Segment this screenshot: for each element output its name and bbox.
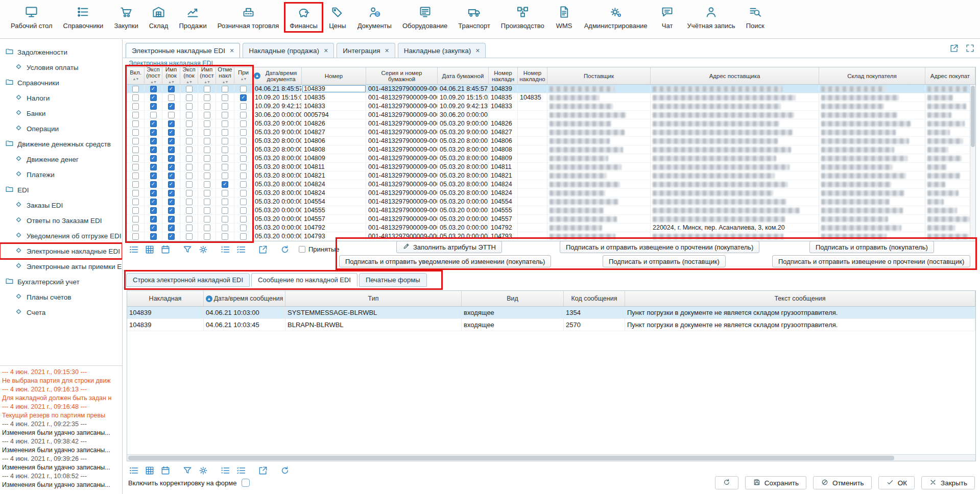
check-list-icon[interactable] bbox=[235, 465, 247, 476]
row-checkbox[interactable]: ✓ bbox=[150, 181, 157, 188]
row-checkbox[interactable] bbox=[204, 181, 210, 188]
ok-button[interactable]: ОК bbox=[878, 476, 915, 489]
grid-icon[interactable] bbox=[144, 244, 155, 255]
row-checkbox[interactable]: ✓ bbox=[168, 120, 175, 127]
row-checkbox[interactable] bbox=[222, 233, 228, 240]
correction-checkbox[interactable] bbox=[242, 479, 250, 487]
toolbar-item-prices[interactable]: Цены bbox=[324, 3, 351, 32]
subtab-0[interactable]: Строка электронной накладной EDI bbox=[126, 273, 250, 287]
numbered-list-icon[interactable] bbox=[220, 244, 231, 255]
tree-item-6[interactable]: Движение денежных средств bbox=[0, 136, 122, 152]
row-checkbox[interactable] bbox=[204, 86, 210, 92]
vertical-scrollbar[interactable] bbox=[970, 85, 975, 241]
row-checkbox[interactable]: ✓ bbox=[150, 120, 157, 127]
row-checkbox[interactable] bbox=[132, 190, 139, 196]
subtab-1[interactable]: Сообщение по накладной EDI bbox=[251, 273, 357, 287]
row-checkbox[interactable] bbox=[132, 181, 139, 188]
row-checkbox[interactable] bbox=[204, 146, 210, 153]
column-header[interactable]: Текст сообщения bbox=[625, 291, 975, 306]
row-checkbox[interactable] bbox=[204, 138, 210, 144]
row-checkbox[interactable]: ✓ bbox=[150, 138, 157, 144]
tree-item-5[interactable]: Операции bbox=[0, 121, 122, 136]
row-checkbox[interactable]: ✓ bbox=[150, 216, 157, 223]
action-button-4[interactable]: Подписать и отправить (поставщик) bbox=[603, 255, 726, 267]
row-checkbox[interactable] bbox=[222, 146, 228, 153]
row-checkbox[interactable] bbox=[132, 225, 139, 231]
maximize-icon[interactable] bbox=[965, 43, 975, 55]
row-checkbox[interactable] bbox=[186, 103, 193, 110]
invoice-row[interactable]: ✓✓05.03.20 8:00:00104808001-481329790000… bbox=[127, 145, 975, 154]
row-checkbox[interactable] bbox=[204, 190, 210, 196]
row-checkbox[interactable] bbox=[132, 199, 139, 205]
close-tab-icon[interactable]: × bbox=[475, 46, 480, 55]
tree-item-11[interactable]: Ответы по Заказам EDI bbox=[0, 213, 122, 228]
row-checkbox[interactable] bbox=[240, 138, 247, 144]
open-window-icon[interactable] bbox=[257, 465, 269, 476]
horizontal-scrollbar[interactable] bbox=[127, 454, 975, 461]
row-checkbox[interactable]: ✓ bbox=[150, 225, 157, 231]
row-checkbox[interactable] bbox=[132, 120, 139, 127]
column-header[interactable]: Имп (пост▲▼ bbox=[198, 67, 216, 84]
invoice-row[interactable]: ✓✓05.03.20 0:00:00104554001-481329790000… bbox=[127, 197, 975, 206]
row-checkbox[interactable] bbox=[168, 112, 175, 118]
invoice-row[interactable]: ✓✓05.03.20 8:00:00104806001-481329790000… bbox=[127, 137, 975, 145]
row-checkbox[interactable] bbox=[186, 216, 193, 223]
row-checkbox[interactable] bbox=[186, 94, 193, 101]
tree-item-9[interactable]: EDI bbox=[0, 182, 122, 197]
row-checkbox[interactable]: ✓ bbox=[150, 94, 157, 101]
row-checkbox[interactable] bbox=[132, 207, 139, 214]
row-checkbox[interactable]: ✓ bbox=[150, 146, 157, 153]
row-checkbox[interactable] bbox=[222, 199, 228, 205]
row-checkbox[interactable] bbox=[222, 155, 228, 162]
column-header[interactable]: Вид bbox=[462, 291, 564, 306]
row-checkbox[interactable] bbox=[186, 207, 193, 214]
popout-icon[interactable] bbox=[949, 43, 959, 55]
action-button-2[interactable]: Подписать и отправить (покупатель) bbox=[809, 241, 934, 253]
column-header[interactable]: Вкл.▲▼ bbox=[127, 67, 145, 84]
row-checkbox[interactable]: ✓ bbox=[168, 190, 175, 196]
tree-item-4[interactable]: Банки bbox=[0, 106, 122, 121]
row-checkbox[interactable] bbox=[222, 120, 228, 127]
row-checkbox[interactable] bbox=[186, 112, 193, 118]
action-button-0[interactable]: Заполнить атрибуты ЭТТН bbox=[396, 241, 502, 253]
row-checkbox[interactable] bbox=[222, 172, 228, 179]
row-checkbox[interactable]: ✓ bbox=[168, 155, 175, 162]
save-button[interactable]: Сохранить bbox=[745, 476, 806, 489]
row-checkbox[interactable] bbox=[204, 103, 210, 110]
row-checkbox[interactable]: ✓ bbox=[150, 164, 157, 170]
row-checkbox[interactable] bbox=[240, 120, 247, 127]
row-checkbox[interactable] bbox=[204, 172, 210, 179]
row-checkbox[interactable]: ✓ bbox=[168, 172, 175, 179]
close-button[interactable]: Закрыть bbox=[921, 476, 975, 489]
row-checkbox[interactable] bbox=[132, 155, 139, 162]
row-checkbox[interactable] bbox=[204, 155, 210, 162]
invoice-row[interactable]: ✓✓05.03.20 0:00:00104555001-481329790000… bbox=[127, 206, 975, 215]
row-checkbox[interactable] bbox=[240, 155, 247, 162]
close-tab-icon[interactable]: × bbox=[324, 46, 328, 55]
row-checkbox[interactable] bbox=[240, 199, 247, 205]
invoice-row[interactable]: ✓✓✓05.03.20 8:00:00104824001-48132979000… bbox=[127, 180, 975, 189]
row-checkbox[interactable]: ✓ bbox=[168, 86, 175, 92]
action-button-1[interactable]: Подписать и отправить извещение о прочте… bbox=[560, 241, 759, 253]
column-header[interactable]: ▲Дата/время документа bbox=[253, 67, 302, 84]
row-checkbox[interactable]: ✓ bbox=[168, 103, 175, 110]
invoice-row[interactable]: ✓✓05.03.20 0:00:00104792001-481329790000… bbox=[127, 224, 975, 232]
row-checkbox[interactable] bbox=[222, 207, 228, 214]
row-checkbox[interactable] bbox=[132, 138, 139, 144]
tab-0[interactable]: Электронные накладные EDI× bbox=[126, 43, 240, 58]
row-checkbox[interactable] bbox=[132, 216, 139, 223]
row-checkbox[interactable] bbox=[132, 129, 139, 136]
column-header[interactable]: Поставщик bbox=[547, 67, 651, 84]
row-checkbox[interactable] bbox=[240, 146, 247, 153]
gear-icon[interactable] bbox=[198, 244, 209, 255]
column-header[interactable]: Серия и номер бумажной bbox=[366, 67, 438, 84]
row-checkbox[interactable] bbox=[132, 112, 139, 118]
tree-item-7[interactable]: Движение денег bbox=[0, 152, 122, 167]
message-row[interactable]: 10483904.06.21 10:03:45BLRAPN-BLRWBLвход… bbox=[127, 319, 975, 331]
column-header[interactable]: Номер bbox=[302, 67, 366, 84]
row-checkbox[interactable] bbox=[132, 94, 139, 101]
row-checkbox[interactable] bbox=[204, 120, 210, 127]
column-header[interactable]: При▲▼ bbox=[234, 67, 253, 84]
funnel-icon[interactable] bbox=[182, 465, 193, 476]
refresh-icon[interactable] bbox=[279, 465, 291, 476]
